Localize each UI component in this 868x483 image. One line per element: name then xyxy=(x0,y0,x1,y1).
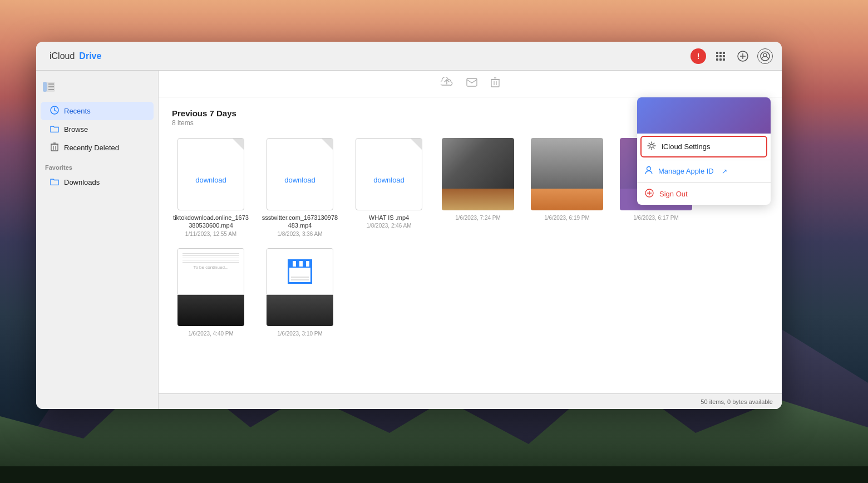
file-name-ssstwitter: ssstwitter.com_1673130978483.mp4 xyxy=(261,214,339,230)
upload-cloud-icon[interactable] xyxy=(441,77,453,90)
trash-icon xyxy=(50,142,60,153)
file-date-note: 1/6/2023, 4:40 PM xyxy=(188,331,234,337)
file-item-photo1[interactable]: 1/6/2023, 7:24 PM xyxy=(439,138,517,237)
sidebar-label-downloads: Downloads xyxy=(64,178,100,186)
sign-out-icon xyxy=(645,189,654,199)
content-toolbar xyxy=(159,71,782,97)
svg-rect-15 xyxy=(723,58,725,61)
browse-icon xyxy=(50,125,60,134)
svg-rect-8 xyxy=(719,52,722,54)
title-drive: Drive xyxy=(79,51,101,61)
sidebar-label-recently-deleted: Recently Deleted xyxy=(64,144,119,152)
main-content: Previous 7 Days 8 items download tiktokd… xyxy=(159,71,782,409)
file-item-ssstwitter[interactable]: download ssstwitter.com_1673130978483.mp… xyxy=(261,138,339,237)
file-item-tiktok[interactable]: download tiktokdownload.online_167338053… xyxy=(172,138,250,237)
file-name-what-is: WHAT IS .mp4 xyxy=(369,214,409,221)
status-text: 50 items, 0 bytes available xyxy=(701,398,773,405)
add-button[interactable] xyxy=(735,48,751,64)
account-button[interactable] xyxy=(757,48,773,64)
file-date-photo1: 1/6/2023, 7:24 PM xyxy=(455,215,501,221)
file-thumb-ssstwitter: download xyxy=(267,138,333,210)
svg-point-40 xyxy=(650,144,653,147)
svg-rect-9 xyxy=(723,52,725,54)
svg-line-28 xyxy=(55,110,56,111)
sign-out-label: Sign Out xyxy=(659,190,688,198)
downloads-folder-icon xyxy=(50,178,60,187)
window-body: Recents Browse xyxy=(36,71,782,409)
dropdown-sign-out[interactable]: Sign Out xyxy=(637,183,771,205)
sidebar-item-recents[interactable]: Recents xyxy=(41,102,154,120)
svg-rect-10 xyxy=(716,55,718,57)
dropdown-header-image xyxy=(637,97,771,134)
svg-rect-22 xyxy=(43,82,47,92)
svg-rect-6 xyxy=(0,466,868,483)
icloud-drive-window: iCloud Drive ! xyxy=(36,42,782,409)
svg-rect-7 xyxy=(716,52,718,54)
svg-rect-14 xyxy=(719,58,722,61)
svg-rect-13 xyxy=(716,58,718,61)
svg-point-41 xyxy=(647,167,651,171)
file-thumb-what-is: download xyxy=(356,138,422,210)
file-thumb-note: To be continued... xyxy=(177,248,244,326)
file-thumb-photo1 xyxy=(442,138,514,210)
file-date-clap: 1/6/2023, 3:10 PM xyxy=(277,331,323,337)
file-date-photo3: 1/6/2023, 6:17 PM xyxy=(633,215,679,221)
svg-rect-35 xyxy=(491,80,499,87)
file-date-ssstwitter: 1/8/2023, 3:36 AM xyxy=(277,231,322,237)
icloud-settings-label: iCloud Settings xyxy=(662,142,710,151)
file-item-what-is[interactable]: download WHAT IS .mp4 1/8/2023, 2:46 AM xyxy=(350,138,428,237)
title-icloud: iCloud xyxy=(50,51,75,61)
sidebar-label-browse: Browse xyxy=(64,125,88,134)
apple-id-icon xyxy=(645,166,653,176)
file-item-clap[interactable]: 1/6/2023, 3:10 PM xyxy=(261,248,339,337)
file-item-note[interactable]: To be continued... 1/6/2023, 4:40 PM xyxy=(172,248,250,337)
file-item-photo2[interactable]: 1/6/2023, 6:19 PM xyxy=(528,138,606,237)
delete-icon[interactable] xyxy=(491,77,500,90)
gear-settings-icon xyxy=(647,141,656,152)
svg-rect-29 xyxy=(51,144,58,151)
sidebar-item-browse[interactable]: Browse xyxy=(41,121,154,138)
warning-button[interactable]: ! xyxy=(691,48,706,64)
sidebar-item-downloads[interactable]: Downloads xyxy=(41,174,154,191)
recents-icon xyxy=(50,106,60,116)
favorites-section-label: Favorites xyxy=(36,157,158,173)
file-thumb-photo2 xyxy=(531,138,603,210)
file-date-what-is: 1/8/2023, 2:46 AM xyxy=(366,223,411,229)
dropdown-manage-apple-id[interactable]: Manage Apple ID ↗ xyxy=(637,160,771,183)
file-name-tiktok: tiktokdownload.online_1673380530600.mp4 xyxy=(172,214,250,230)
status-bar: 50 items, 0 bytes available xyxy=(159,393,782,409)
title-bar-left: iCloud Drive xyxy=(45,51,101,61)
title-bar-actions: ! xyxy=(691,48,773,64)
svg-rect-12 xyxy=(723,55,725,57)
external-link-icon: ↗ xyxy=(722,167,727,175)
dropdown-icloud-settings[interactable]: iCloud Settings xyxy=(640,136,767,157)
dropdown-menu: iCloud Settings Manage Apple ID ↗ xyxy=(637,97,771,205)
svg-rect-11 xyxy=(719,55,722,57)
file-date-tiktok: 1/11/2023, 12:55 AM xyxy=(185,231,236,237)
title-bar: iCloud Drive ! xyxy=(36,42,782,71)
sidebar-toggle[interactable] xyxy=(36,77,158,98)
file-thumb-clap xyxy=(267,248,333,326)
sidebar-label-recents: Recents xyxy=(64,107,91,115)
file-thumb-tiktok: download xyxy=(177,138,244,210)
manage-apple-id-label: Manage Apple ID xyxy=(658,167,714,175)
sidebar-item-recently-deleted[interactable]: Recently Deleted xyxy=(41,139,154,157)
sidebar: Recents Browse xyxy=(36,71,159,409)
mail-icon[interactable] xyxy=(466,78,477,90)
grid-button[interactable] xyxy=(713,48,728,64)
svg-rect-34 xyxy=(467,78,477,86)
file-date-photo2: 1/6/2023, 6:19 PM xyxy=(544,215,590,221)
